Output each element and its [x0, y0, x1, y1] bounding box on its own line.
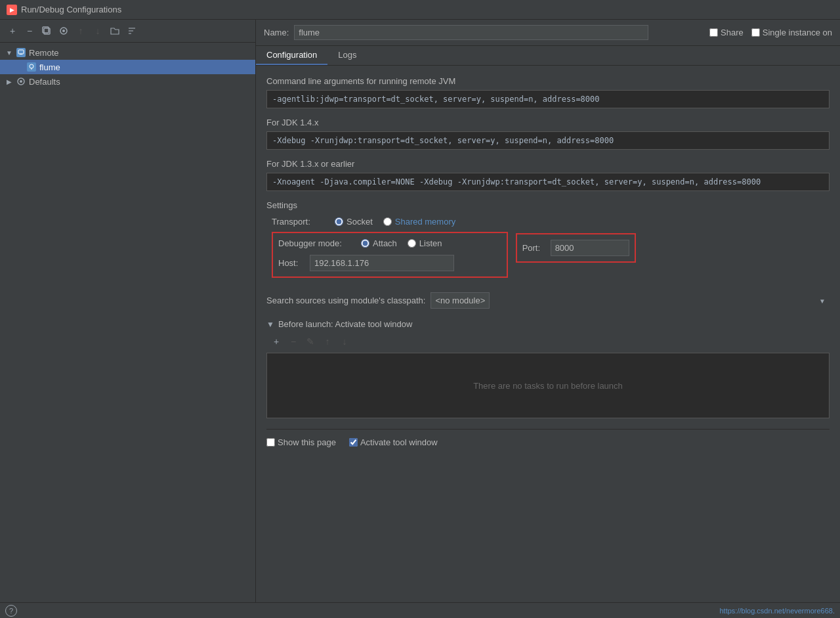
- settings-section: Settings Transport: Socket Shared memory: [266, 200, 830, 309]
- before-launch-section: ▼ Before launch: Activate tool window + …: [266, 319, 830, 418]
- module-label: Search sources using module's classpath:: [266, 296, 425, 305]
- activate-tool-option[interactable]: Activate tool window: [349, 437, 438, 447]
- listen-label: Listen: [419, 238, 442, 248]
- activate-tool-label: Activate tool window: [360, 437, 438, 447]
- debugger-mode-radio-group: Attach Listen: [361, 238, 442, 248]
- module-select-wrapper: <no module>: [430, 292, 830, 309]
- share-label: Share: [721, 28, 744, 37]
- single-instance-checkbox[interactable]: [751, 28, 760, 37]
- before-launch-add-button[interactable]: +: [269, 334, 284, 349]
- svg-rect-7: [18, 50, 24, 54]
- sidebar-defaults-label: Defaults: [29, 77, 250, 87]
- before-launch-up-button[interactable]: ↑: [320, 334, 335, 349]
- settings-label: Settings: [266, 200, 830, 210]
- before-launch-title: Before launch: Activate tool window: [278, 319, 413, 329]
- debugger-highlight-box: Debugger mode: Attach Listen: [272, 232, 508, 278]
- port-row: Port:: [522, 240, 629, 256]
- config-header: Name: Share Single instance on: [256, 20, 840, 46]
- socket-radio[interactable]: [335, 217, 343, 226]
- debugger-mode-row: Debugger mode: Attach Listen: [278, 238, 501, 248]
- single-instance-label: Single instance on: [763, 28, 832, 37]
- app-icon: ▶: [7, 5, 17, 15]
- host-row: Host:: [278, 255, 501, 271]
- debugger-mode-label: Debugger mode:: [278, 238, 350, 248]
- before-launch-toggle[interactable]: ▼: [266, 320, 274, 329]
- socket-option[interactable]: Socket: [335, 217, 373, 227]
- svg-rect-8: [20, 54, 22, 55]
- sidebar-remote-label: Remote: [29, 48, 250, 58]
- sidebar: + − ↑ ↓: [0, 20, 256, 602]
- port-label: Port:: [522, 243, 545, 253]
- defaults-expand-icon: ▶: [5, 77, 13, 85]
- svg-point-12: [20, 80, 22, 83]
- edit-defaults-button[interactable]: [56, 24, 71, 38]
- name-input[interactable]: [294, 25, 648, 40]
- cmd-args-value: -agentlib:jdwp=transport=dt_socket, serv…: [266, 90, 830, 108]
- sidebar-toolbar: + − ↑ ↓: [0, 20, 255, 43]
- remove-config-button[interactable]: −: [22, 24, 37, 38]
- listen-option[interactable]: Listen: [408, 238, 442, 248]
- help-button[interactable]: ?: [5, 605, 17, 617]
- flume-expand-icon: [16, 63, 24, 71]
- copy-config-button[interactable]: [39, 24, 54, 38]
- host-label: Host:: [278, 258, 304, 268]
- defaults-icon: [16, 76, 26, 87]
- tab-logs[interactable]: Logs: [327, 46, 367, 65]
- svg-point-9: [30, 64, 33, 68]
- jdk13-title: For JDK 1.3.x or earlier: [266, 159, 830, 169]
- attach-label: Attach: [373, 238, 397, 248]
- socket-label: Socket: [346, 217, 373, 227]
- folder-button[interactable]: [108, 24, 122, 38]
- listen-radio[interactable]: [408, 239, 416, 248]
- sidebar-item-defaults[interactable]: ▶ Defaults: [0, 74, 255, 89]
- bottom-options: Show this page Activate tool window: [266, 429, 830, 447]
- sort-button[interactable]: [125, 24, 139, 38]
- status-url: https://blog.csdn.net/nevermore668.: [720, 607, 835, 615]
- cmd-args-title: Command line arguments for running remot…: [266, 76, 830, 86]
- sidebar-flume-label: flume: [39, 62, 250, 72]
- sidebar-tree: ▼ Remote: [0, 43, 255, 602]
- before-launch-header: ▼ Before launch: Activate tool window: [266, 319, 830, 329]
- module-row: Search sources using module's classpath:…: [266, 292, 830, 309]
- shared-memory-option[interactable]: Shared memory: [383, 217, 455, 227]
- attach-radio[interactable]: [361, 239, 369, 248]
- share-checkbox[interactable]: [709, 28, 718, 37]
- remote-config-icon: [16, 47, 26, 58]
- transport-label: Transport:: [272, 217, 324, 227]
- attach-option[interactable]: Attach: [361, 238, 397, 248]
- port-input[interactable]: [551, 240, 629, 256]
- before-launch-remove-button[interactable]: −: [286, 334, 301, 349]
- tab-configuration[interactable]: Configuration: [256, 46, 327, 65]
- no-tasks-text: There are no tasks to run before launch: [473, 381, 623, 391]
- tabs: Configuration Logs: [256, 46, 840, 66]
- before-launch-down-button[interactable]: ↓: [337, 334, 352, 349]
- before-launch-content: There are no tasks to run before launch: [266, 353, 830, 418]
- before-launch-toolbar: + − ✎ ↑ ↓: [266, 334, 830, 349]
- show-page-option[interactable]: Show this page: [266, 437, 336, 447]
- expand-remote-icon: ▼: [5, 49, 13, 56]
- help-icon: ?: [9, 607, 13, 615]
- window-title: Run/Debug Configurations: [21, 5, 121, 14]
- before-launch-edit-button[interactable]: ✎: [303, 334, 318, 349]
- sidebar-item-flume[interactable]: flume: [0, 60, 255, 74]
- header-options: Share Single instance on: [709, 28, 832, 37]
- sidebar-item-remote[interactable]: ▼ Remote: [0, 45, 255, 60]
- main-container: + − ↑ ↓: [0, 20, 840, 602]
- shared-memory-label: Shared memory: [395, 217, 455, 227]
- activate-tool-checkbox[interactable]: [349, 438, 358, 447]
- content-area: Name: Share Single instance on Configura…: [256, 20, 840, 602]
- svg-point-3: [62, 30, 65, 32]
- move-up-button[interactable]: ↑: [74, 24, 88, 38]
- move-down-button[interactable]: ↓: [91, 24, 105, 38]
- jdk14-value: -Xdebug -Xrunjdwp:transport=dt_socket, s…: [266, 131, 830, 150]
- flume-config-icon: [26, 62, 37, 72]
- shared-memory-radio[interactable]: [383, 217, 392, 226]
- host-input[interactable]: [310, 255, 454, 271]
- share-option[interactable]: Share: [709, 28, 744, 37]
- status-bar: ? https://blog.csdn.net/nevermore668.: [0, 602, 840, 618]
- show-page-checkbox[interactable]: [266, 438, 275, 447]
- module-select[interactable]: <no module>: [430, 292, 490, 309]
- name-label: Name:: [264, 28, 289, 37]
- add-config-button[interactable]: +: [5, 24, 20, 38]
- single-instance-option[interactable]: Single instance on: [751, 28, 832, 37]
